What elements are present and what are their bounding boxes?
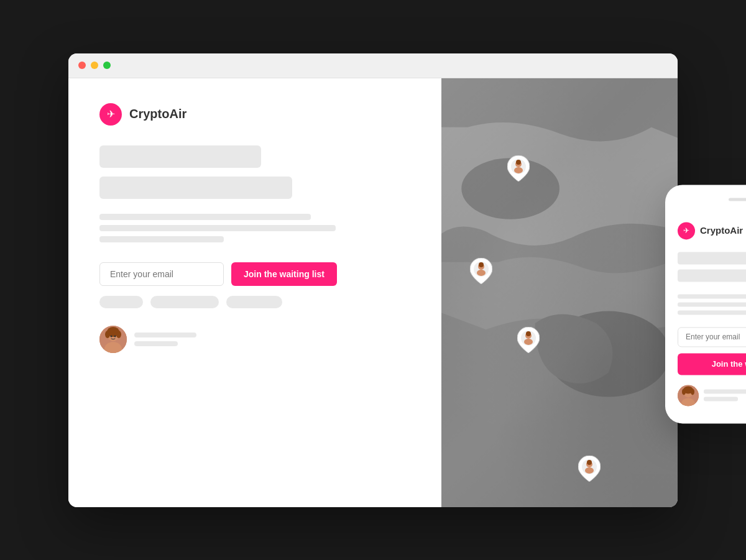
- phone-join-button[interactable]: Join the waiting list: [678, 353, 746, 375]
- headline-skeleton-2: [99, 177, 292, 199]
- tag-2: [150, 296, 219, 308]
- testimonial-line-1: [134, 333, 196, 337]
- phone-testimonial: [678, 385, 746, 406]
- browser-chrome: [68, 53, 678, 78]
- svg-point-7: [114, 335, 116, 337]
- svg-point-17: [479, 262, 484, 267]
- map-panel: [441, 78, 678, 507]
- body-line-2: [99, 225, 336, 231]
- phone-logo-icon: ✈: [678, 222, 695, 239]
- phone-body-3: [678, 310, 746, 314]
- phone-avatar: [678, 385, 699, 406]
- body-line-3: [99, 236, 224, 242]
- phone-mockup: ✈ CryptoAir Join the waiting list: [665, 185, 746, 423]
- map-pin-3: [517, 327, 540, 353]
- svg-point-5: [116, 331, 121, 338]
- page-wrapper: ✈ CryptoAir Join the waiting list: [0, 0, 746, 560]
- headline-skeleton-1: [99, 145, 261, 168]
- email-input[interactable]: [99, 262, 224, 286]
- map-pin-2: [470, 258, 492, 284]
- svg-point-31: [691, 388, 694, 395]
- phone-body-2: [678, 302, 746, 306]
- phone-testimonial-line-1: [704, 389, 746, 393]
- phone-headline-2: [678, 269, 746, 282]
- browser-window: ✈ CryptoAir Join the waiting list: [68, 53, 678, 507]
- phone-notch: [665, 197, 746, 202]
- svg-point-21: [526, 331, 531, 336]
- phone-body-1: [678, 294, 746, 298]
- dot-yellow: [91, 62, 98, 69]
- svg-point-13: [516, 160, 521, 165]
- dot-red: [78, 62, 86, 69]
- svg-point-6: [111, 335, 113, 337]
- svg-point-12: [514, 167, 523, 173]
- map-background: [441, 78, 678, 507]
- testimonial-area: [99, 326, 410, 353]
- testimonial-line-2: [134, 341, 178, 346]
- phone-plane-icon: ✈: [683, 226, 689, 235]
- phone-testimonial-line-2: [704, 397, 738, 401]
- testimonial-text: [134, 333, 196, 346]
- svg-point-16: [477, 270, 486, 276]
- phone-headline-1: [678, 252, 746, 264]
- join-button[interactable]: Join the waiting list: [231, 262, 337, 286]
- tag-1: [99, 296, 143, 308]
- logo-icon: ✈: [99, 103, 122, 126]
- avatar: [99, 326, 127, 353]
- map-pin-4: [578, 456, 601, 482]
- phone-speaker: [729, 198, 746, 201]
- tag-3: [226, 296, 282, 308]
- phone-testimonial-text: [704, 389, 746, 401]
- logo-area: ✈ CryptoAir: [99, 103, 410, 126]
- dot-green: [103, 62, 111, 69]
- phone-logo-area: ✈ CryptoAir: [678, 222, 746, 239]
- phone-brand-name: CryptoAir: [700, 225, 743, 236]
- body-line-1: [99, 214, 311, 220]
- brand-name: CryptoAir: [129, 107, 186, 121]
- map-pin-1: [507, 155, 530, 181]
- phone-email-form: Join the waiting list: [678, 327, 746, 375]
- svg-point-4: [105, 331, 110, 338]
- phone-content: ✈ CryptoAir Join the waiting list: [665, 212, 746, 423]
- plane-icon: ✈: [107, 108, 115, 120]
- tags-row: [99, 296, 410, 308]
- phone-email-input[interactable]: [678, 327, 746, 347]
- desktop-panel: ✈ CryptoAir Join the waiting list: [68, 78, 441, 507]
- svg-point-24: [585, 467, 594, 474]
- svg-point-30: [682, 388, 686, 395]
- svg-point-25: [587, 460, 592, 465]
- email-form: Join the waiting list: [99, 262, 410, 286]
- browser-content: ✈ CryptoAir Join the waiting list: [68, 78, 678, 507]
- svg-point-20: [524, 339, 533, 345]
